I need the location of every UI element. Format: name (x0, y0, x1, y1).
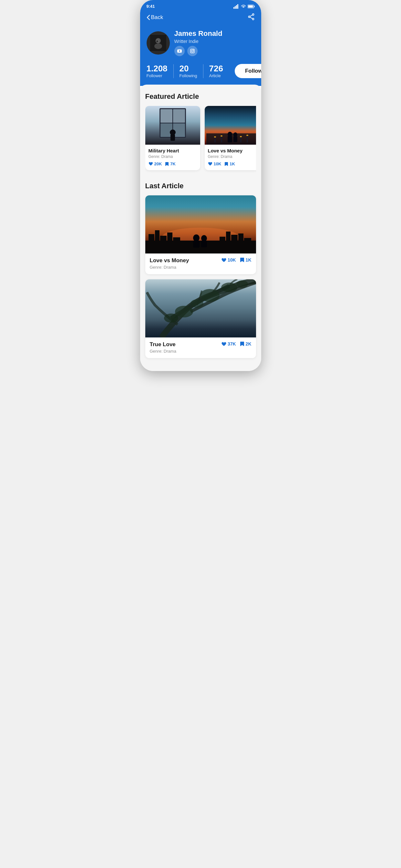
profile-name-area: James Ronald Writter Indie (174, 29, 255, 56)
featured-card-1-likes: 10K (208, 161, 221, 166)
svg-rect-0 (234, 7, 235, 9)
wifi-icon (241, 4, 246, 8)
nav-header: Back (140, 11, 261, 26)
featured-section-title: Featured Article (145, 92, 256, 101)
last-card-1-title: True Love (150, 341, 176, 348)
svg-point-39 (220, 135, 222, 136)
svg-rect-38 (221, 136, 222, 143)
instagram-button[interactable] (187, 46, 197, 56)
svg-rect-64 (226, 231, 230, 253)
featured-card-0-genre: Genre: Drama (149, 154, 197, 159)
svg-rect-35 (234, 136, 237, 142)
last-article-card-1[interactable]: True Love Genre: Drama 37K (145, 279, 256, 358)
svg-rect-59 (155, 230, 159, 253)
svg-rect-25 (173, 109, 185, 123)
youtube-button[interactable] (174, 46, 185, 56)
svg-rect-33 (227, 136, 232, 143)
svg-point-20 (191, 50, 193, 52)
true-love-illustration (145, 279, 256, 337)
svg-rect-58 (149, 234, 154, 253)
svg-point-77 (190, 299, 204, 308)
card-image-love-vs-money (205, 106, 256, 145)
svg-point-7 (252, 14, 254, 16)
status-icons (234, 4, 255, 9)
youtube-icon (177, 49, 182, 53)
follow-button[interactable]: Follow (235, 64, 261, 78)
featured-card-0[interactable]: Military Heart Genre: Drama 20K (145, 106, 200, 170)
time: 9:41 (147, 4, 155, 9)
featured-card-0-likes: 20K (149, 161, 162, 166)
svg-point-43 (246, 135, 248, 136)
svg-rect-1 (235, 6, 236, 9)
svg-rect-66 (238, 234, 243, 253)
last-card-image-0 (145, 195, 256, 253)
followers-label: Follower (147, 73, 162, 78)
last-section: Last Article (145, 182, 256, 358)
following-count: 20 (180, 64, 189, 73)
followers-stat: 1.208 Follower (147, 64, 174, 78)
featured-card-0-stats: 20K 7K (149, 161, 197, 166)
bookmark-icon (240, 341, 244, 346)
svg-rect-24 (160, 109, 173, 123)
svg-rect-40 (240, 137, 242, 143)
svg-rect-29 (171, 134, 175, 141)
last-card-1-likes: 37K (221, 341, 236, 346)
svg-point-68 (193, 235, 199, 242)
svg-rect-65 (231, 235, 238, 253)
following-label: Following (180, 73, 197, 78)
featured-section: Featured Article (145, 92, 256, 173)
svg-point-34 (234, 132, 237, 137)
last-article-card-0[interactable]: Love vs Money Genre: Drama 10K (145, 195, 256, 274)
featured-card-1[interactable]: Love vs Money Genre: Drama 10K (205, 106, 256, 170)
back-arrow-icon (147, 15, 150, 20)
heart-icon (149, 162, 153, 166)
share-icon (248, 13, 255, 20)
svg-rect-6 (248, 5, 253, 7)
share-button[interactable] (248, 13, 255, 22)
heart-icon (208, 162, 212, 166)
articles-stat: 726 Article (209, 64, 229, 78)
bookmark-icon (240, 257, 244, 262)
love-vs-money-illustration (205, 106, 256, 145)
last-section-title: Last Article (145, 182, 256, 190)
featured-card-1-stats: 10K 1K (208, 161, 256, 166)
svg-point-74 (221, 283, 237, 292)
svg-point-70 (201, 235, 207, 242)
last-card-0-genre: Genre: Drama (150, 265, 189, 270)
svg-rect-62 (173, 237, 180, 253)
svg-rect-36 (214, 137, 216, 143)
last-card-1-genre: Genre: Drama (150, 349, 176, 353)
svg-point-8 (248, 16, 250, 18)
svg-point-14 (154, 43, 162, 49)
svg-rect-42 (247, 136, 248, 143)
svg-rect-3 (237, 4, 238, 9)
last-card-image-1 (145, 279, 256, 337)
profile-bio: Writter Indie (174, 39, 255, 44)
bookmark-icon (224, 162, 228, 166)
svg-point-37 (214, 136, 216, 137)
svg-point-21 (193, 50, 194, 51)
military-heart-illustration (145, 106, 200, 145)
card-image-military-heart (145, 106, 200, 145)
articles-label: Article (209, 73, 221, 78)
svg-point-75 (175, 306, 193, 317)
avatar-image (150, 35, 166, 51)
profile-name: James Ronald (174, 29, 255, 38)
svg-rect-61 (167, 232, 173, 253)
stats-row: 1.208 Follower 20 Following 726 Article … (147, 64, 255, 78)
svg-rect-67 (244, 238, 251, 253)
heart-icon (221, 342, 226, 346)
back-label: Back (151, 14, 163, 21)
profile-section: James Ronald Writter Indie (140, 26, 261, 86)
last-card-0-bookmarks: 1K (240, 257, 251, 262)
featured-card-0-title: Military Heart (149, 148, 197, 153)
last-card-0-stats: 10K 1K (221, 257, 251, 262)
back-button[interactable]: Back (147, 14, 163, 21)
svg-rect-71 (201, 241, 207, 247)
followers-count: 1.208 (147, 64, 167, 73)
svg-rect-63 (220, 237, 225, 253)
svg-line-11 (250, 15, 252, 17)
svg-rect-2 (236, 5, 237, 9)
featured-articles-scroll[interactable]: Military Heart Genre: Drama 20K (145, 106, 256, 173)
svg-point-76 (164, 314, 178, 322)
